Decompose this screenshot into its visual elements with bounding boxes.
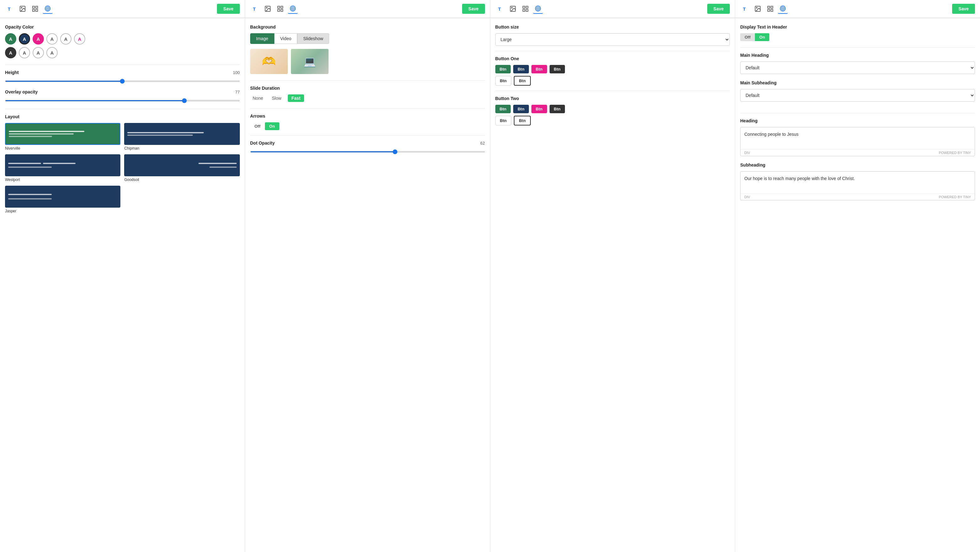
duration-none[interactable]: None <box>250 94 266 102</box>
color-circle-outlined-4[interactable]: A <box>33 47 44 58</box>
panel-3: T Save Button size Small Medium Large Ex… <box>490 0 735 552</box>
color-circle-outlined-1[interactable]: A <box>46 33 58 45</box>
heading-content[interactable]: Connecting people to Jesus <box>740 127 975 149</box>
heading-footer: DIV POWERED BY TINY <box>740 149 975 156</box>
target-icon-4[interactable] <box>778 4 788 14</box>
color-circle-outlined-3[interactable]: A <box>19 47 30 58</box>
color-circle-navy-selected[interactable]: A <box>19 33 30 45</box>
svg-rect-6 <box>36 10 38 11</box>
arrows-off[interactable]: Off <box>250 122 265 130</box>
panel-2-toolbar: T Save <box>245 0 490 18</box>
color-circles: A A A A A A A A A A <box>5 33 240 58</box>
overlay-opacity-label: Overlay opacity <box>5 89 38 94</box>
subheading-content[interactable]: Our hope is to reach many people with th… <box>740 172 975 193</box>
color-circle-dark[interactable]: A <box>5 47 16 58</box>
subheading-footer: DIV POWERED BY TINY <box>740 193 975 200</box>
image-icon-1[interactable] <box>18 4 28 14</box>
target-icon-3[interactable] <box>533 4 543 14</box>
bg-tab-slideshow[interactable]: Slideshow <box>297 33 329 44</box>
color-circle-pink[interactable]: A <box>33 33 44 45</box>
layout-item-westport[interactable]: Westport <box>5 154 120 182</box>
btn-two-outlined[interactable]: Btn <box>495 116 512 126</box>
bg-tab-video[interactable]: Video <box>274 33 298 44</box>
btn-two-pink[interactable]: Btn <box>531 105 547 113</box>
save-button-2[interactable]: Save <box>462 4 485 14</box>
btn-two-green[interactable]: Btn <box>495 105 511 113</box>
btn-one-dark[interactable]: Btn <box>550 65 565 73</box>
text-icon-2[interactable]: T <box>250 4 260 14</box>
image-thumbs: 🫶 💻 <box>250 49 485 74</box>
main-heading-title: Main Heading <box>740 53 975 58</box>
layout-icon-3[interactable] <box>520 4 530 14</box>
color-circle-outlined-pink[interactable]: A <box>74 33 85 45</box>
slide-duration-title: Slide Duration <box>250 86 485 91</box>
image-icon-4[interactable] <box>753 4 763 14</box>
duration-fast[interactable]: Fast <box>288 94 304 102</box>
main-subheading-select[interactable]: Default <box>740 89 975 102</box>
color-circle-green[interactable]: A <box>5 33 16 45</box>
svg-point-32 <box>756 7 757 8</box>
text-icon-1[interactable]: T <box>5 4 15 14</box>
arrows-on[interactable]: On <box>265 122 279 130</box>
display-text-on[interactable]: On <box>755 33 769 41</box>
save-button-1[interactable]: Save <box>217 4 240 14</box>
bg-tab-image[interactable]: Image <box>250 33 274 44</box>
overlay-opacity-slider[interactable] <box>5 100 240 101</box>
overlay-opacity-value: 77 <box>235 90 240 94</box>
target-icon-2[interactable] <box>288 4 298 14</box>
svg-rect-5 <box>33 10 35 11</box>
svg-text:T: T <box>253 6 256 11</box>
layout-icon-4[interactable] <box>765 4 775 14</box>
button-size-select[interactable]: Small Medium Large Extra Large <box>495 33 730 46</box>
svg-point-29 <box>538 8 538 9</box>
panel-4: T Save Display Text in Header Off On Mai… <box>735 0 980 552</box>
duration-slow[interactable]: Slow <box>269 94 284 102</box>
layout-name-goodsoil: Goodsoil <box>124 177 240 182</box>
target-icon-1[interactable] <box>43 4 52 14</box>
save-button-3[interactable]: Save <box>707 4 730 14</box>
svg-text:T: T <box>743 6 746 11</box>
btn-two-outlined-selected[interactable]: Btn <box>514 116 531 126</box>
layout-item-jasper[interactable]: Jasper <box>5 186 120 213</box>
panel-1: T Save Opacity Color A A A A A A A <box>0 0 245 552</box>
image-thumb-heart[interactable]: 🫶 <box>250 49 288 74</box>
image-thumb-laptop[interactable]: 💻 <box>291 49 329 74</box>
btn-two-dark[interactable]: Btn <box>550 105 565 113</box>
image-icon-2[interactable] <box>263 4 273 14</box>
text-icon-3[interactable]: T <box>495 4 505 14</box>
image-icon-3[interactable] <box>508 4 518 14</box>
btn-two-navy[interactable]: Btn <box>513 105 529 113</box>
height-slider[interactable] <box>5 81 240 82</box>
color-circle-outlined-2[interactable]: A <box>60 33 72 45</box>
text-icon-4[interactable]: T <box>740 4 750 14</box>
height-section: Height 100 <box>5 70 240 83</box>
layout-item-goodsoil[interactable]: Goodsoil <box>124 154 240 182</box>
btn-one-green[interactable]: Btn <box>495 65 511 73</box>
save-button-4[interactable]: Save <box>952 4 975 14</box>
layout-icon-1[interactable] <box>30 4 40 14</box>
layout-item-niverville[interactable]: Niverville <box>5 123 120 150</box>
arrows-title: Arrows <box>250 113 485 118</box>
layout-title: Layout <box>5 114 240 119</box>
btn-one-navy[interactable]: Btn <box>513 65 529 73</box>
button-two-swatches: Btn Btn Btn Btn <box>495 105 730 113</box>
color-circle-outlined-5[interactable]: A <box>46 47 58 58</box>
svg-rect-33 <box>768 6 770 8</box>
heading-footer-right: POWERED BY TINY <box>939 151 971 155</box>
dot-opacity-section: Dot Opacity 62 <box>250 140 485 154</box>
subheading-editor-box: Our hope is to reach many people with th… <box>740 171 975 200</box>
layout-item-chipman[interactable]: Chipman <box>124 123 240 150</box>
layout-thumb-chipman <box>124 123 240 145</box>
display-text-toggle: Off On <box>740 33 975 41</box>
btn-one-outlined-selected[interactable]: Btn <box>514 76 531 86</box>
layout-icon-2[interactable] <box>275 4 285 14</box>
slide-duration-section: Slide Duration None Slow Fast <box>250 86 485 102</box>
display-text-off[interactable]: Off <box>740 33 755 41</box>
dot-opacity-slider[interactable] <box>250 151 485 152</box>
svg-rect-15 <box>278 10 280 11</box>
subheading-footer-left: DIV <box>744 195 750 199</box>
main-heading-select[interactable]: Default <box>740 61 975 74</box>
btn-one-outlined[interactable]: Btn <box>495 76 512 86</box>
btn-one-pink[interactable]: Btn <box>531 65 547 73</box>
svg-text:T: T <box>498 6 501 11</box>
